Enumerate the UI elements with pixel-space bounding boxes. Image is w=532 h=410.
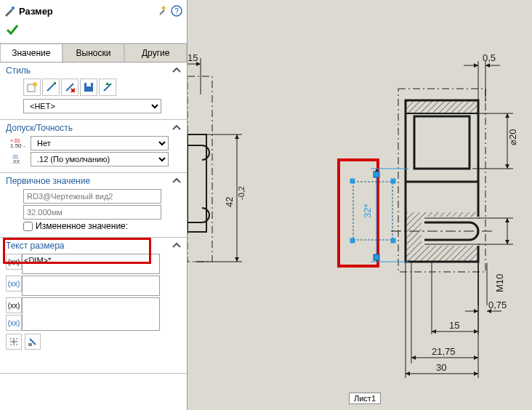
svg-text:.XX: .XX	[12, 159, 20, 164]
help-icon[interactable]: ?	[171, 5, 182, 17]
style-select[interactable]: <НЕТ>	[23, 99, 161, 113]
style-new-icon[interactable]	[23, 79, 41, 96]
style-save-icon[interactable]	[80, 79, 97, 96]
svg-rect-6	[86, 83, 91, 87]
drawing-area[interactable]: 15 42 -0,2	[188, 0, 532, 410]
svg-rect-37	[391, 179, 395, 183]
override-checkbox[interactable]	[23, 222, 33, 231]
svg-rect-39	[391, 238, 395, 243]
style-label: Стиль	[6, 65, 31, 76]
svg-rect-17	[188, 134, 206, 232]
text-above-btn[interactable]: (xx)	[6, 297, 22, 313]
section-tolerance: Допуск/Точность +.011.50-.01 Нет .01.XX …	[0, 120, 187, 173]
section-dimension-text: Текст размера (xx) <DIM>* (xx) (xx) (xx)	[0, 238, 187, 374]
chevron-up-icon[interactable]	[172, 124, 181, 132]
dim-42-tol: -0,2	[237, 186, 246, 200]
dim-15a: 15	[188, 52, 198, 63]
override-label: Измененное значение:	[36, 221, 128, 231]
section-style: Стиль <НЕТ>	[0, 63, 187, 120]
tolerance-label: Допуск/Точность	[6, 123, 73, 133]
sheet-tab[interactable]: Лист1	[349, 393, 381, 404]
dimtext-below-field[interactable]	[22, 276, 160, 296]
dimtext-label: Текст размера	[6, 241, 65, 251]
justify-btn[interactable]	[6, 334, 22, 350]
svg-rect-34	[374, 254, 379, 260]
svg-text:1.50: 1.50	[10, 142, 22, 149]
dim-0-5: 0,5	[483, 52, 496, 63]
svg-rect-16	[188, 76, 212, 262]
ok-icon[interactable]	[6, 23, 19, 36]
dim-value-field	[23, 205, 161, 220]
dim-name-field	[23, 189, 161, 204]
panel-header: Размер ?	[0, 0, 187, 22]
primary-label: Первичное значение	[6, 176, 90, 186]
dim-0-75: 0,75	[488, 300, 507, 310]
style-add-icon[interactable]	[42, 79, 60, 96]
left-view: 15 42 -0,2	[188, 52, 246, 262]
svg-rect-23	[406, 100, 478, 113]
style-load-icon[interactable]	[99, 79, 116, 96]
style-del-icon[interactable]	[61, 79, 78, 96]
tab-value[interactable]: Значение	[0, 44, 63, 62]
align-btn[interactable]	[25, 334, 41, 350]
svg-text:?: ?	[174, 7, 179, 15]
precision-select[interactable]: .12 (По умолчанию)	[31, 152, 169, 166]
dimension-icon	[4, 5, 16, 17]
property-panel: Размер ? Значение Выноски Другие Стиль <…	[0, 0, 188, 410]
dim-m10: M10	[494, 274, 505, 292]
svg-rect-35	[353, 182, 392, 240]
dim-32: 32*	[362, 204, 373, 218]
text-left-btn[interactable]: (xx)	[6, 254, 22, 270]
prec-icon: .01.XX	[6, 153, 31, 165]
dim-dia20: ⌀20	[507, 129, 518, 145]
text-below2-btn[interactable]: (xx)	[6, 315, 22, 331]
svg-rect-33	[374, 172, 379, 177]
chevron-up-icon[interactable]	[172, 241, 181, 250]
text-below-btn[interactable]: (xx)	[6, 276, 22, 292]
wand-icon[interactable]	[158, 5, 169, 17]
section-primary: Первичное значение Измененное значение:	[0, 173, 187, 238]
svg-point-0	[12, 7, 15, 9]
tab-leaders[interactable]: Выноски	[63, 44, 125, 62]
tolerance-type-select[interactable]: Нет	[31, 136, 169, 150]
dim-42: 42	[224, 197, 235, 207]
dim-15b: 15	[449, 320, 459, 331]
svg-text:-.01: -.01	[23, 143, 26, 148]
right-view: 32* 0,5 ⌀20 M10 0,75	[350, 52, 518, 378]
tabs: Значение Выноски Другие	[0, 44, 187, 63]
svg-text:.01: .01	[12, 154, 19, 159]
dim-21-75: 21,75	[432, 346, 456, 357]
dimtext-main-field[interactable]: <DIM>*	[22, 254, 160, 274]
svg-point-4	[33, 82, 37, 87]
tab-other[interactable]: Другие	[124, 44, 187, 62]
chevron-up-icon[interactable]	[172, 66, 181, 75]
tol-icon: +.011.50-.01	[6, 137, 31, 150]
drawing-svg: 15 42 -0,2	[188, 0, 532, 410]
svg-rect-36	[350, 179, 355, 183]
svg-rect-12	[28, 343, 32, 346]
ok-row	[0, 22, 187, 44]
panel-title: Размер	[19, 6, 158, 17]
chevron-up-icon[interactable]	[172, 177, 181, 185]
dim-30: 30	[436, 362, 446, 373]
dimtext-extra-field[interactable]	[22, 297, 160, 331]
svg-rect-38	[350, 238, 355, 243]
style-icons	[23, 79, 181, 96]
svg-rect-24	[414, 116, 469, 169]
